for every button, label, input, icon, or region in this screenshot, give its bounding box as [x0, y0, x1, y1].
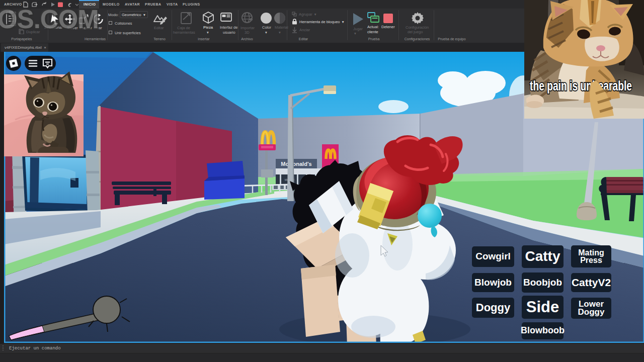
svg-text:the pain is unbearable: the pain is unbearable: [530, 78, 632, 94]
